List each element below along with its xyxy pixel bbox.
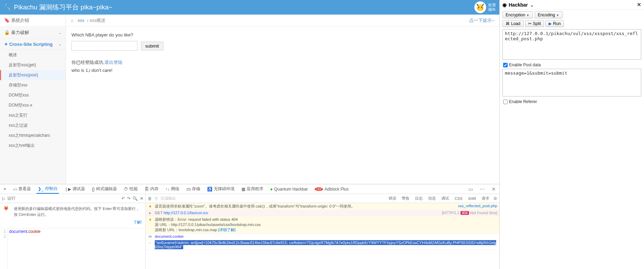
svg-point-3 bbox=[477, 8, 479, 9]
tab-style[interactable]: {}样式编辑器 bbox=[91, 185, 118, 193]
pikachu-header: 🔧 Pikachu 漏洞练习平台 pika~pika~ 欢迎 骚年 bbox=[0, 0, 499, 15]
tab-abp[interactable]: ABPAdblock Plus bbox=[313, 185, 350, 193]
home-icon[interactable]: ⌂ bbox=[71, 18, 74, 23]
output-icon: ← bbox=[148, 241, 153, 245]
pill-info[interactable]: 信息 bbox=[427, 195, 437, 202]
search-icon[interactable]: 🔍 bbox=[133, 196, 138, 201]
enable-referer-checkbox[interactable]: Enable Referer bbox=[500, 99, 644, 105]
hackbar-panel: ◉Hackbar⌄ ✕ Encryption▼ Encoding▼ ⌘Load … bbox=[500, 0, 644, 269]
tab-debugger[interactable]: ❘▶调试器 bbox=[63, 185, 86, 193]
dock-icon[interactable]: ▭ bbox=[467, 186, 474, 193]
tab-memory[interactable]: 🗄内存 bbox=[143, 185, 160, 193]
welcome-text: 欢迎 骚年 bbox=[488, 3, 496, 12]
sidebar-sub-href[interactable]: xss之href输出 bbox=[0, 141, 66, 151]
tab-storage[interactable]: 🗃存储 bbox=[185, 185, 202, 193]
pill-log[interactable]: 日志 bbox=[414, 195, 424, 202]
pill-css[interactable]: CSS bbox=[453, 196, 464, 201]
editor-hint: 使用新的多行编辑器模式更快地迭代您的代码。按下 Enter 即可添加新行，按 C… bbox=[14, 206, 142, 217]
url-link[interactable]: http://127.0.0.1/favicon.ico bbox=[163, 211, 208, 215]
trash-icon[interactable]: 🗑 bbox=[148, 196, 152, 201]
post-checkbox-input[interactable] bbox=[503, 63, 508, 67]
key-icon: 🔧 bbox=[3, 3, 11, 11]
sidebar: 🔖 系统介绍 🔒 暴力破解⌄ ✦ Cross-Site Scripting⌄ 概… bbox=[0, 15, 66, 184]
input-icon: ≫ bbox=[148, 234, 153, 239]
load-button[interactable]: ⌘Load bbox=[502, 20, 524, 27]
warn-icon: ▲ bbox=[148, 204, 153, 208]
learn-link[interactable]: 了解! bbox=[14, 219, 142, 225]
encoding-dropdown[interactable]: Encoding▼ bbox=[535, 11, 562, 18]
filter-icon: ⚲ bbox=[155, 196, 158, 201]
sidebar-sub-overview[interactable]: 概述 bbox=[0, 50, 66, 60]
sidebar-sub-get[interactable]: 反射型xss(get) bbox=[0, 60, 66, 70]
tab-quantum[interactable]: ●Quantum Hackbar bbox=[269, 185, 310, 193]
enable-post-checkbox[interactable]: Enable Post data bbox=[500, 62, 644, 68]
hackbar-title: Hackbar bbox=[509, 2, 528, 8]
close-devtools-icon[interactable]: ✕ bbox=[490, 186, 497, 193]
history-back-icon[interactable]: ↶ bbox=[121, 196, 125, 201]
post-data-textarea[interactable]: message=1&submit=submit bbox=[502, 69, 641, 96]
line-gutter: 12 bbox=[0, 228, 8, 269]
breadcrumb: ⌂ xss › xss概述 点一下提示~ bbox=[66, 15, 499, 27]
sidebar-sub-stored[interactable]: 存储型xss bbox=[0, 80, 66, 90]
tab-app[interactable]: ▦应用程序 bbox=[240, 185, 265, 193]
console-src[interactable]: xss_reflected_post.php bbox=[458, 204, 497, 208]
expand-icon[interactable]: ▸ bbox=[148, 211, 153, 215]
sidebar-sub-dom[interactable]: DOM型xss bbox=[0, 90, 66, 100]
sidebar-sub-domx[interactable]: DOM型xss-x bbox=[0, 100, 66, 110]
sidebar-sub-post[interactable]: 反射型xss(post) bbox=[0, 70, 66, 80]
gear-icon[interactable]: ⚙ bbox=[493, 196, 497, 201]
close-editor-icon[interactable]: ✕ bbox=[140, 196, 143, 201]
hackbar-icon: ◉ bbox=[502, 2, 507, 8]
sidebar-sub-blind[interactable]: xss之盲打 bbox=[0, 110, 66, 120]
encryption-dropdown[interactable]: Encryption▼ bbox=[502, 11, 533, 18]
inspect-icon[interactable]: ⌖ bbox=[2, 185, 8, 193]
tab-inspector[interactable]: ▭查看器 bbox=[12, 185, 32, 193]
learn-more-link[interactable]: [详细了解] bbox=[218, 228, 236, 232]
sidebar-sub-filter[interactable]: xss之过滤 bbox=[0, 120, 66, 131]
pill-debug[interactable]: 调试 bbox=[440, 195, 450, 202]
pikachu-avatar bbox=[474, 1, 486, 13]
split-button[interactable]: ✂Split bbox=[525, 20, 544, 27]
console-input: document.cookie bbox=[155, 234, 497, 238]
submit-button[interactable]: submit bbox=[141, 42, 163, 50]
run-icon: ▶ bbox=[549, 21, 552, 26]
pill-req[interactable]: 请求 bbox=[480, 195, 491, 202]
console-msg: 源映射错误：Error: request failed with status … bbox=[155, 217, 497, 233]
tab-network[interactable]: ↑↓网络 bbox=[164, 185, 181, 193]
tab-console[interactable]: ❯_控制台 bbox=[36, 184, 59, 194]
question-text: Which NBA player do you like? bbox=[71, 32, 494, 37]
message-input[interactable] bbox=[71, 41, 137, 51]
logout-link[interactable]: 退出登陆 bbox=[104, 60, 122, 65]
history-fwd-icon[interactable]: ↷ bbox=[127, 196, 130, 201]
app-title: Pikachu 漏洞练习平台 pika~pika~ bbox=[14, 3, 474, 12]
sidebar-item-xss[interactable]: ✦ Cross-Site Scripting⌄ bbox=[0, 39, 66, 50]
breadcrumb-root[interactable]: xss bbox=[77, 18, 84, 23]
pill-xhr[interactable]: XHR bbox=[467, 196, 477, 201]
console-msg: 该页面使用非标准属性"zoom"。请考虑在相关属性值中使用 calc()，或将"… bbox=[155, 204, 456, 209]
breadcrumb-leaf: xss概述 bbox=[90, 18, 106, 23]
code-editor[interactable]: document.cookie bbox=[8, 228, 145, 269]
logged-in-text: 你已经登陆成功, bbox=[71, 60, 104, 65]
sidebar-sub-hsc[interactable]: xss之htmlspecialchars bbox=[0, 131, 66, 141]
filter-input[interactable]: 过滤输出 bbox=[161, 196, 384, 201]
sidebar-item-intro[interactable]: 🔖 系统介绍 bbox=[0, 15, 66, 27]
run-button[interactable]: ▶Run bbox=[545, 20, 564, 27]
tab-a11y[interactable]: ♿无障碍环境 bbox=[206, 185, 236, 193]
url-textarea[interactable]: http://127.0.0.1/pikachu/vul/xss/xsspost… bbox=[502, 29, 641, 60]
console-status: [HTTP/1.1 404 Not Found 0ms] bbox=[442, 211, 497, 215]
sidebar-item-brute[interactable]: 🔒 暴力破解⌄ bbox=[0, 27, 66, 39]
run-icon[interactable]: ▷ bbox=[2, 196, 5, 201]
pill-error[interactable]: 错误 bbox=[387, 195, 398, 202]
svg-point-1 bbox=[478, 7, 479, 8]
more-icon[interactable]: ⋯ bbox=[478, 186, 486, 193]
chevron-down-icon[interactable]: ⌄ bbox=[530, 2, 534, 8]
referer-checkbox-input[interactable] bbox=[503, 100, 508, 104]
svg-point-2 bbox=[481, 7, 482, 8]
hint-link[interactable]: 点一下提示~ bbox=[469, 17, 494, 24]
console-msg: GET http://127.0.0.1/favicon.ico bbox=[155, 211, 440, 215]
close-hackbar-icon[interactable]: ✕ bbox=[637, 1, 641, 8]
load-icon: ⌘ bbox=[506, 21, 510, 26]
tab-perf[interactable]: ⏱性能 bbox=[122, 185, 139, 193]
pill-warn[interactable]: 警告 bbox=[400, 195, 411, 202]
console-output-value[interactable]: "ant[uname]=admin; ant[pw]=10470c3b4b1fe… bbox=[155, 241, 497, 249]
